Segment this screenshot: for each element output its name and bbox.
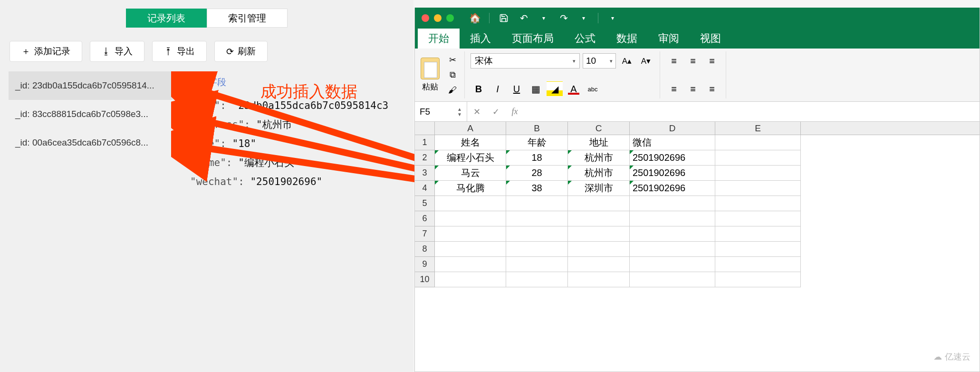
cell[interactable]: 2501902696 [630,150,715,166]
align-bottom-icon[interactable]: ≡ [704,53,720,69]
cell[interactable]: 马云 [435,166,506,181]
row-header[interactable]: 3 [415,166,435,181]
cell[interactable] [715,150,801,166]
add-record-button[interactable]: ＋添加记录 [10,41,82,62]
cell[interactable]: 2501902696 [630,166,715,181]
font-name-select[interactable]: 宋体▾ [471,53,580,69]
ribbon-tab-layout[interactable]: 页面布局 [501,29,564,49]
name-stepper[interactable]: ▲▼ [457,107,462,117]
row-header[interactable]: 2 [415,150,435,166]
row-header[interactable]: 4 [415,181,435,196]
phonetic-button[interactable]: abc [585,81,601,97]
save-icon[interactable] [496,10,511,26]
cell[interactable] [435,272,506,287]
name-box[interactable]: F5 ▲▼ [415,102,467,121]
undo-icon[interactable]: ↶ [516,10,531,26]
confirm-icon[interactable]: ✓ [486,107,505,117]
ribbon-tab-review[interactable]: 审阅 [648,29,690,49]
record-item[interactable]: _id: 83cc88815dca6b7c0598e3... [9,100,173,128]
column-header[interactable]: B [506,122,568,135]
row-header[interactable]: 5 [415,196,435,211]
refresh-button[interactable]: ⟳刷新 [214,41,268,62]
cell[interactable] [568,226,630,242]
fx-icon[interactable]: fx [505,107,524,117]
record-item[interactable]: _id: 23db0a155dca6b7c0595814... [9,71,173,100]
row-header[interactable]: 7 [415,226,435,242]
cell[interactable]: 杭州市 [568,150,630,166]
cell[interactable] [630,211,715,226]
cell[interactable] [715,242,801,257]
cell[interactable] [715,226,801,242]
close-button[interactable] [422,14,429,22]
cell[interactable]: 马化腾 [435,181,506,196]
cell[interactable] [506,272,568,287]
cancel-icon[interactable]: ✕ [467,107,486,117]
cell[interactable]: 28 [506,166,568,181]
row-header[interactable]: 8 [415,242,435,257]
cell[interactable] [715,181,801,196]
column-header[interactable]: D [630,122,715,135]
border-button[interactable]: ▦ [528,81,544,97]
cut-icon[interactable]: ✂ [446,54,459,66]
export-button[interactable]: ⭱导出 [152,41,207,62]
copy-icon[interactable]: ⧉ [446,69,459,81]
cell[interactable] [506,226,568,242]
column-header[interactable]: E [715,122,801,135]
italic-button[interactable]: I [490,81,506,97]
bold-button[interactable]: B [471,81,487,97]
column-header[interactable]: C [568,122,630,135]
cell[interactable]: 杭州市 [568,166,630,181]
ribbon-tab-formula[interactable]: 公式 [564,29,606,49]
tab-records[interactable]: 记录列表 [126,9,207,28]
align-top-icon[interactable]: ≡ [666,53,682,69]
cell[interactable] [630,226,715,242]
cell[interactable] [630,272,715,287]
cell[interactable]: 微信 [630,135,715,150]
ribbon-tab-data[interactable]: 数据 [606,29,648,49]
paste-button[interactable]: 粘贴 [421,58,440,92]
underline-button[interactable]: U [509,81,525,97]
cell[interactable] [715,211,801,226]
cell[interactable] [435,196,506,211]
fill-color-button[interactable]: ◢ [547,81,563,97]
align-center-icon[interactable]: ≡ [685,81,701,97]
minimize-button[interactable] [434,14,442,22]
select-all-corner[interactable] [415,122,435,135]
cell[interactable] [568,272,630,287]
font-shrink-icon[interactable]: A▾ [638,53,654,69]
cell[interactable] [435,257,506,272]
record-item[interactable]: _id: 00a6cea35dca6b7c0596c8... [9,128,173,157]
row-header[interactable]: 9 [415,257,435,272]
cell[interactable]: 地址 [568,135,630,150]
cell[interactable] [568,242,630,257]
column-header[interactable]: A [435,122,506,135]
format-painter-icon[interactable]: 🖌 [446,85,459,96]
align-left-icon[interactable]: ≡ [666,81,682,97]
home-icon[interactable]: 🏠 [467,10,482,26]
chevron-down-icon[interactable]: ▾ [576,10,591,26]
cell[interactable] [568,211,630,226]
cell[interactable]: 编程小石头 [435,150,506,166]
row-header[interactable]: 6 [415,211,435,226]
font-color-button[interactable]: A [566,81,582,97]
tab-indexes[interactable]: 索引管理 [207,9,288,28]
cell[interactable] [435,211,506,226]
chevron-down-icon[interactable]: ▾ [605,10,620,26]
maximize-button[interactable] [446,14,454,22]
cell[interactable] [715,166,801,181]
cell[interactable]: 年龄 [506,135,568,150]
spreadsheet-grid[interactable]: A B C D E 1姓名年龄地址微信2编程小石头18杭州市2501902696… [415,122,980,287]
cell[interactable]: 姓名 [435,135,506,150]
cell[interactable] [630,257,715,272]
cell[interactable] [435,242,506,257]
cell[interactable] [506,211,568,226]
cell[interactable] [568,257,630,272]
font-grow-icon[interactable]: A▴ [619,53,635,69]
cell[interactable]: 38 [506,181,568,196]
cell[interactable] [715,272,801,287]
ribbon-tab-home[interactable]: 开始 [418,29,460,49]
cell[interactable] [506,196,568,211]
cell[interactable] [715,135,801,150]
row-header[interactable]: 1 [415,135,435,150]
cell[interactable] [506,257,568,272]
